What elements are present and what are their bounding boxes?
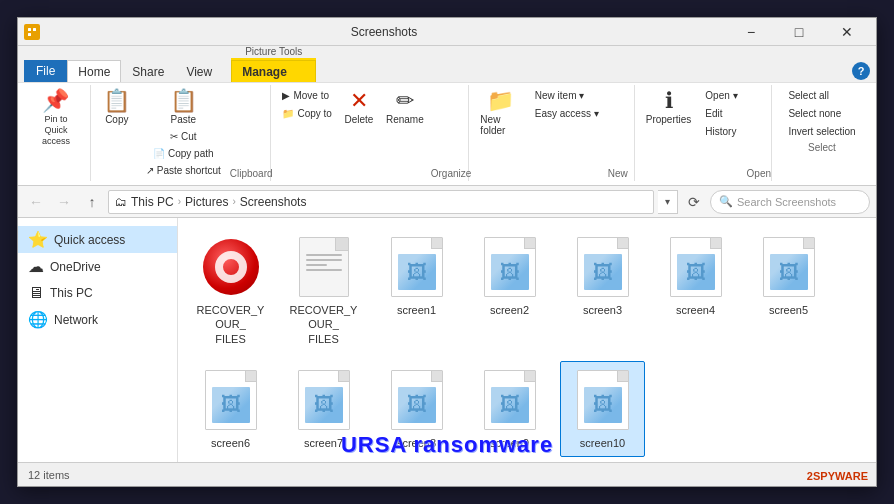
history-button[interactable]: History xyxy=(700,123,742,140)
onedrive-icon: ☁ xyxy=(28,257,44,276)
file-icon-recover-opera xyxy=(199,235,263,299)
file-item-screen6[interactable]: 🖼 screen6 xyxy=(188,361,273,457)
img-icon-screen8: 🖼 xyxy=(407,393,427,416)
search-box[interactable]: 🔍 Search Screenshots xyxy=(710,190,870,214)
quick-access-toolbar[interactable] xyxy=(24,24,40,40)
new-item-label: New item ▾ xyxy=(535,90,584,101)
ribbon-pin-section: 📌 Pin to Quickaccess xyxy=(22,85,91,181)
file-name-screen7: screen7 xyxy=(304,436,343,450)
sidebar-item-this-pc[interactable]: 🖥 This PC xyxy=(18,280,177,306)
sidebar-item-onedrive[interactable]: ☁ OneDrive xyxy=(18,253,177,280)
edit-button[interactable]: Edit xyxy=(700,105,742,122)
help-button[interactable]: ? xyxy=(852,62,870,80)
forward-button[interactable]: → xyxy=(52,190,76,214)
status-bar: 12 items xyxy=(18,462,876,486)
paste-shortcut-button[interactable]: ↗ Paste shortcut xyxy=(141,162,226,179)
path-dropdown-button[interactable]: ▾ xyxy=(658,190,678,214)
new-folder-button[interactable]: 📁 New folder xyxy=(475,87,525,139)
file-item-screen8[interactable]: 🖼 screen8 xyxy=(374,361,459,457)
invert-selection-button[interactable]: Invert selection xyxy=(783,123,860,140)
title-bar: Screenshots − □ ✕ xyxy=(18,18,876,46)
sidebar-item-network[interactable]: 🌐 Network xyxy=(18,306,177,333)
copy-to-label: Copy to xyxy=(297,108,331,119)
paste-button[interactable]: 📋 Paste xyxy=(165,87,202,128)
file-icon-screen5: 🖼 xyxy=(757,235,821,299)
file-icon-screen10: 🖼 xyxy=(571,368,635,432)
path-text: This PC xyxy=(131,195,174,209)
file-grid: RECOVER_YOUR_FILES RECOVER_YOUR_FILES xyxy=(178,218,876,462)
tab-home[interactable]: Home xyxy=(67,60,121,82)
file-icon-screen4: 🖼 xyxy=(664,235,728,299)
file-explorer-window: Screenshots − □ ✕ File Home Share View P… xyxy=(17,17,877,487)
file-icon-screen8: 🖼 xyxy=(385,368,449,432)
img-icon-screen9: 🖼 xyxy=(500,393,520,416)
file-name-screen3: screen3 xyxy=(583,303,622,317)
item-count: 12 items xyxy=(28,469,70,481)
file-item-recover-doc[interactable]: RECOVER_YOUR_FILES xyxy=(281,228,366,353)
img-icon-screen5: 🖼 xyxy=(779,261,799,284)
picture-tools-label: Picture Tools xyxy=(231,46,316,60)
tab-share[interactable]: Share xyxy=(121,60,175,82)
search-icon: 🔍 xyxy=(719,195,733,208)
delete-icon: ✕ xyxy=(350,90,368,112)
ribbon-tab-bar: File Home Share View Picture Tools Manag… xyxy=(18,46,876,83)
file-icon-screen7: 🖼 xyxy=(292,368,356,432)
new-item-button[interactable]: New item ▾ xyxy=(530,87,604,104)
file-item-screen4[interactable]: 🖼 screen4 xyxy=(653,228,738,353)
img-icon-screen1: 🖼 xyxy=(407,261,427,284)
select-label: Select xyxy=(808,142,836,153)
copy-path-button[interactable]: 📄 Copy path xyxy=(148,145,219,162)
img-icon-screen7: 🖼 xyxy=(314,393,334,416)
file-icon-screen2: 🖼 xyxy=(478,235,542,299)
copy-button[interactable]: 📋 Copy xyxy=(97,87,137,128)
back-button[interactable]: ← xyxy=(24,190,48,214)
invert-selection-label: Invert selection xyxy=(788,126,855,137)
file-item-screen7[interactable]: 🖼 screen7 xyxy=(281,361,366,457)
file-icon-screen6: 🖼 xyxy=(199,368,263,432)
easy-access-button[interactable]: Easy access ▾ xyxy=(530,105,604,122)
copy-to-button[interactable]: 📁 Copy to xyxy=(277,105,336,122)
this-pc-icon: 🖥 xyxy=(28,284,44,302)
tab-file[interactable]: File xyxy=(24,60,67,82)
up-button[interactable]: ↑ xyxy=(80,190,104,214)
file-item-recover-opera[interactable]: RECOVER_YOUR_FILES xyxy=(188,228,273,353)
open-button[interactable]: Open ▾ xyxy=(700,87,742,104)
select-all-button[interactable]: Select all xyxy=(783,87,860,104)
file-item-screen3[interactable]: 🖼 screen3 xyxy=(560,228,645,353)
close-button[interactable]: ✕ xyxy=(824,18,870,46)
sidebar-label-onedrive: OneDrive xyxy=(50,260,101,274)
cut-button[interactable]: ✂ Cut xyxy=(165,128,202,145)
path-screenshots: Screenshots xyxy=(240,195,307,209)
sidebar: ⭐ Quick access ☁ OneDrive 🖥 This PC 🌐 Ne… xyxy=(18,218,178,462)
tab-view[interactable]: View xyxy=(175,60,223,82)
sidebar-item-quick-access[interactable]: ⭐ Quick access xyxy=(18,226,177,253)
img-icon-screen3: 🖼 xyxy=(593,261,613,284)
file-item-screen9[interactable]: 🖼 screen9 xyxy=(467,361,552,457)
tab-manage[interactable]: Manage xyxy=(231,60,316,82)
title-bar-controls: − □ ✕ xyxy=(728,18,870,46)
properties-button[interactable]: ℹ Properties xyxy=(641,87,697,128)
ribbon-organize-section: ▶ Move to 📁 Copy to ✕ Delete ✏ Rename Or… xyxy=(271,85,469,181)
file-name-screen2: screen2 xyxy=(490,303,529,317)
new-label: New xyxy=(608,168,628,179)
organize-label: Organize xyxy=(431,168,472,179)
ribbon-content: 📌 Pin to Quickaccess 📋 Copy 📋 Paste ✂ Cu… xyxy=(18,83,876,186)
sidebar-label-quick-access: Quick access xyxy=(54,233,125,247)
move-to-button[interactable]: ▶ Move to xyxy=(277,87,336,104)
refresh-button[interactable]: ⟳ xyxy=(682,190,706,214)
rename-button[interactable]: ✏ Rename xyxy=(381,87,429,128)
file-item-screen10[interactable]: 🖼 screen10 xyxy=(560,361,645,457)
file-item-screen2[interactable]: 🖼 screen2 xyxy=(467,228,552,353)
pin-to-quick-access-button[interactable]: 📌 Pin to Quickaccess xyxy=(28,87,84,149)
copy-path-label: Copy path xyxy=(168,148,214,159)
address-path[interactable]: 🗂 This PC › Pictures › Screenshots xyxy=(108,190,654,214)
paste-button-group: 📋 Paste ✂ Cut 📄 Copy path ↗ Paste shortc… xyxy=(141,87,226,179)
select-none-button[interactable]: Select none xyxy=(783,105,860,122)
minimize-button[interactable]: − xyxy=(728,18,774,46)
file-icon-screen9: 🖼 xyxy=(478,368,542,432)
delete-button[interactable]: ✕ Delete xyxy=(339,87,379,128)
file-item-screen1[interactable]: 🖼 screen1 xyxy=(374,228,459,353)
rename-group: ✏ Rename xyxy=(381,87,429,128)
file-item-screen5[interactable]: 🖼 screen5 xyxy=(746,228,831,353)
maximize-button[interactable]: □ xyxy=(776,18,822,46)
